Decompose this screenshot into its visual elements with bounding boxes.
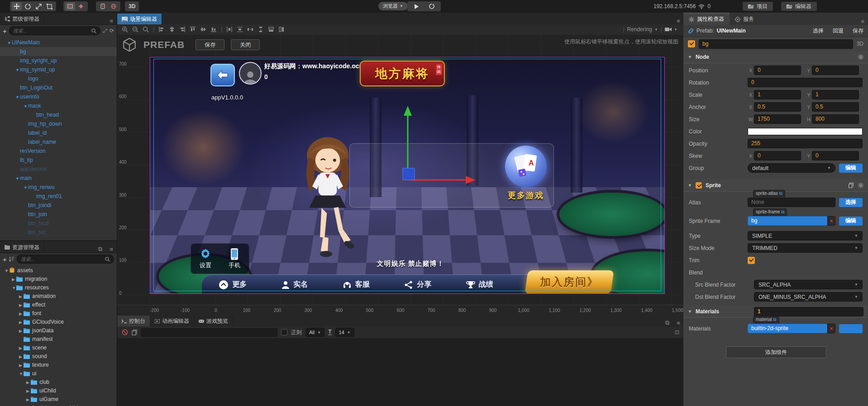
asset-node-sound[interactable]: ▶sound xyxy=(0,352,117,361)
color-swatch[interactable] xyxy=(748,128,863,135)
asset-node-GCloudVoice[interactable]: ▶GCloudVoice xyxy=(0,318,117,326)
hierarchy-node-img_symid_up[interactable]: ▼img_symid_up xyxy=(0,65,117,74)
assets-tab[interactable]: 资源管理器 xyxy=(0,242,44,253)
prefab-select-button[interactable]: 选择 xyxy=(813,27,824,35)
tree-arrow-icon[interactable]: ▼ xyxy=(7,38,12,47)
match-width-icon[interactable] xyxy=(268,26,274,33)
align-middle-icon[interactable] xyxy=(200,26,206,33)
anchor-mode-button[interactable] xyxy=(76,2,86,10)
collapse-icon[interactable]: ⊡ xyxy=(675,329,679,335)
tree-arrow-icon[interactable]: ▼ xyxy=(24,102,28,111)
inspector-menu-icon[interactable]: ≡ xyxy=(857,18,868,25)
copy-component-icon[interactable] xyxy=(849,183,854,188)
create-node-button[interactable]: + xyxy=(3,27,7,35)
section-collapse-arrow[interactable]: ▼ xyxy=(688,309,692,314)
asset-node-migration[interactable]: ▶migration xyxy=(0,275,117,283)
value-input[interactable]: 0 xyxy=(748,78,863,87)
world-coordinate-button[interactable] xyxy=(109,2,119,10)
tree-arrow-icon[interactable]: ▼ xyxy=(19,370,24,378)
copy-log-icon[interactable] xyxy=(132,330,137,335)
section-collapse-arrow[interactable]: ▼ xyxy=(688,183,692,188)
asset-node-uiGame[interactable]: ▶uiGame xyxy=(0,395,117,404)
clear-asset-icon[interactable]: × xyxy=(827,324,835,333)
console-tab-1[interactable]: 控制台 xyxy=(117,316,150,326)
hierarchy-node-main[interactable]: ▼main xyxy=(0,174,117,183)
inspector-tab[interactable]: 属性检查器 xyxy=(683,13,730,25)
dropdown-size-mode[interactable]: TRIMMED▼ xyxy=(748,243,863,253)
hierarchy-node-bg[interactable]: bg xyxy=(0,47,117,56)
scale-tool-button[interactable] xyxy=(33,2,43,10)
prefab-revert-button[interactable]: 回退 xyxy=(833,27,844,35)
value-input-x[interactable]: 0 xyxy=(754,151,801,161)
tree-arrow-icon[interactable]: ▼ xyxy=(12,284,16,293)
refresh-hierarchy-icon[interactable]: ⟳ xyxy=(110,28,114,34)
tree-arrow-icon[interactable]: ▶ xyxy=(19,318,24,327)
hierarchy-node-logo[interactable]: logo xyxy=(0,74,117,83)
tree-arrow-icon[interactable]: ▶ xyxy=(19,361,24,370)
dropdown-src-blend-factor[interactable]: SRC_ALPHA▼ xyxy=(754,280,863,289)
hierarchy-node-label_name[interactable]: label_name xyxy=(0,137,117,146)
asset-node-ui[interactable]: ▼ui xyxy=(0,369,117,378)
distribute-v-icon[interactable] xyxy=(237,26,243,33)
sprite-frame-input[interactable]: bg xyxy=(748,216,828,226)
hierarchy-tab[interactable]: 层级管理器 xyxy=(0,14,44,24)
hierarchy-node-userinfo[interactable]: ▼userinfo xyxy=(0,92,117,101)
clear-asset-icon[interactable]: × xyxy=(827,216,835,226)
space-v-icon[interactable] xyxy=(258,26,264,33)
value-input-y[interactable]: 1 xyxy=(812,90,859,99)
asset-node-resources[interactable]: ▼resources xyxy=(0,283,117,292)
rect-tool-button[interactable] xyxy=(44,2,54,10)
value-input-y[interactable]: 0.5 xyxy=(812,102,859,112)
assets-search-input[interactable]: 搜索... xyxy=(17,255,114,264)
value-input[interactable]: 255 xyxy=(748,139,863,148)
hierarchy-search-input[interactable]: 搜索... xyxy=(9,26,101,35)
space-h-icon[interactable] xyxy=(247,26,253,33)
align-center-h-icon[interactable] xyxy=(169,26,175,33)
hierarchy-node-resVersion[interactable]: resVersion xyxy=(0,146,117,156)
asset-node-scene[interactable]: ▶scene xyxy=(0,344,117,352)
tree-arrow-icon[interactable]: ▶ xyxy=(26,387,31,396)
tree-arrow-icon[interactable]: ▼ xyxy=(24,183,28,192)
prefab-close-button[interactable]: 关闭 xyxy=(231,39,260,50)
asset-node-club_room_child[interactable]: club_room_child xyxy=(0,404,117,406)
camera-dropdown[interactable]: ▼ xyxy=(665,27,677,32)
hierarchy-node-lb_tip[interactable]: lb_tip xyxy=(0,156,117,165)
scene-viewport[interactable]: 好易源码网：www.haoyicode.ocm 0 appV1.0.0.0 地方… xyxy=(117,34,684,305)
hierarchy-node-img_renwu[interactable]: ▼img_renwu xyxy=(0,183,117,192)
local-coordinate-button[interactable] xyxy=(98,2,108,10)
select-asset-button[interactable]: 编辑 xyxy=(839,217,863,226)
asset-node-manifest[interactable]: manifest xyxy=(0,335,117,344)
regex-checkbox[interactable] xyxy=(281,329,287,335)
hierarchy-node-img_hp_down[interactable]: img_hp_down xyxy=(0,119,117,128)
tree-arrow-icon[interactable]: ▼ xyxy=(15,93,20,102)
open-editor-button[interactable]: 编辑器 xyxy=(781,2,817,11)
preview-target-dropdown[interactable]: 浏览器 ▼ xyxy=(378,2,408,10)
prefab-save-button[interactable]: 保存 xyxy=(196,39,224,50)
asset-node-uiChild[interactable]: ▶uiChild xyxy=(0,387,117,395)
sort-icon[interactable] xyxy=(9,256,14,262)
tree-arrow-icon[interactable]: ▶ xyxy=(19,344,24,353)
console-output[interactable] xyxy=(117,338,684,406)
value-input-y[interactable]: 0 xyxy=(812,66,859,75)
console-popout-icon[interactable]: ⧉ xyxy=(662,319,673,326)
hierarchy-node-btn_joindi[interactable]: btn_joindi xyxy=(0,201,117,210)
tree-arrow-icon[interactable]: ▶ xyxy=(26,396,31,404)
tree-arrow-icon[interactable]: ▶ xyxy=(19,301,24,310)
refresh-preview-button[interactable] xyxy=(427,2,437,10)
asset-node-font[interactable]: ▶font xyxy=(0,309,117,318)
scene-editor-tab[interactable]: 场景编辑器 xyxy=(117,14,162,24)
console-filter-input[interactable] xyxy=(141,328,277,337)
atlas-input[interactable]: None xyxy=(748,198,835,207)
trim-checkbox[interactable] xyxy=(748,257,755,264)
hierarchy-node-label_id[interactable]: label_id xyxy=(0,128,117,137)
prefab-save-button[interactable]: 保存 xyxy=(853,27,863,35)
value-input-x[interactable]: 1750 xyxy=(754,114,801,124)
tree-arrow-icon[interactable]: ▶ xyxy=(19,327,24,335)
component-enabled-checkbox[interactable] xyxy=(696,182,702,189)
open-project-button[interactable]: 项目 xyxy=(743,2,773,11)
gear-icon[interactable] xyxy=(858,54,863,60)
value-input-y[interactable]: 0 xyxy=(812,151,859,161)
log-level-dropdown[interactable]: All ▼ xyxy=(305,328,324,337)
rotate-tool-button[interactable] xyxy=(23,2,33,10)
select-asset-button[interactable] xyxy=(839,324,863,333)
